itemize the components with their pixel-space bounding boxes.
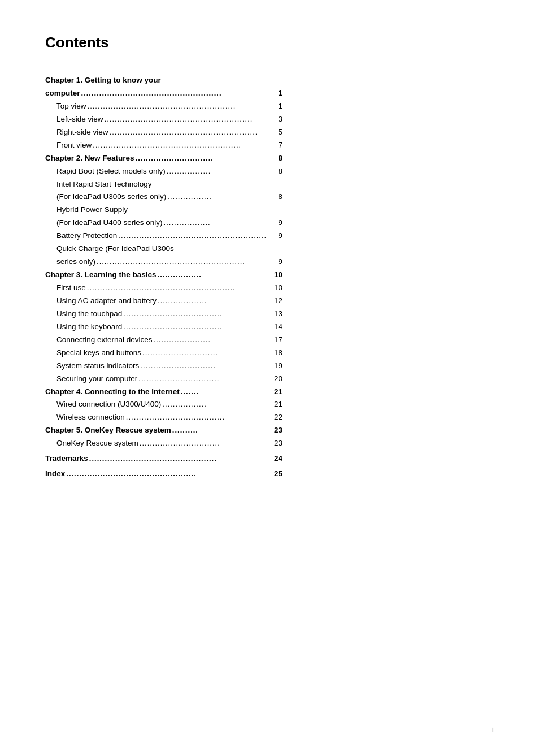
index-text: Index [45, 468, 65, 481]
toc-ch2-intel-line1: Intel Rapid Start Technology [45, 178, 282, 191]
toc-row-ch1-front: Front view..............................… [45, 139, 282, 152]
ch1-top-page: 1 [278, 100, 282, 113]
ch3-special-dots: ............................. [141, 347, 274, 359]
ch4-wireless-text: Wireless connection [56, 411, 125, 424]
toc-entry-ch1-heading: Chapter 1. Getting to know your [45, 74, 282, 87]
toc-row-ch2-intel: (For IdeaPad U300s series only).........… [45, 191, 282, 204]
toc-row-ch4: Chapter 4. Connecting to the Internet...… [45, 386, 282, 399]
index-dots: ........................................… [65, 468, 274, 480]
ch1-right-page: 5 [278, 126, 282, 139]
ch3-first-dots: ........................................… [86, 282, 274, 294]
ch3-first-page: 10 [274, 282, 282, 295]
toc-row-ch3-special: Special keys and buttons................… [45, 347, 282, 360]
ch3-securing-page: 20 [274, 373, 282, 386]
ch3-ext-text: Connecting external devices [56, 334, 153, 347]
toc-row-ch3-touchpad: Using the touchpad......................… [45, 308, 282, 321]
ch2-rapid-page: 8 [278, 165, 282, 178]
toc-row-ch2-quick: series only)............................… [45, 256, 282, 269]
toc-ch2-hybrid-line1: Hybrid Power Supply [45, 204, 282, 217]
toc-row-ch5: Chapter 5. OneKey Rescue system.........… [45, 424, 282, 437]
toc-row-ch2-rapid: Rapid Boot (Select models only).........… [45, 165, 282, 178]
ch2-intel-dots: ................. [166, 191, 278, 203]
ch4-wired-text: Wired connection (U300/U400) [56, 398, 161, 411]
toc-row-ch3-status: System status indicators................… [45, 360, 282, 373]
ch3-status-page: 19 [274, 360, 282, 373]
toc-row-trademarks: Trademarks..............................… [45, 452, 282, 465]
ch3-keyboard-text: Using the keyboard [56, 321, 122, 334]
ch2-page: 8 [278, 152, 282, 165]
ch4-wireless-dots: ...................................... [125, 411, 274, 424]
ch2-battery-dots: ........................................… [117, 230, 278, 242]
ch2-quick-page: 9 [278, 256, 282, 269]
ch2-intel-text1: Intel Rapid Start Technology [56, 180, 152, 188]
toc-row-ch3-securing: Securing your computer..................… [45, 373, 282, 386]
ch3-touchpad-text: Using the touchpad [56, 308, 122, 321]
ch3-ac-text: Using AC adapter and battery [56, 295, 157, 308]
toc-row-ch3-keyboard: Using the keyboard......................… [45, 321, 282, 334]
ch3-touchpad-dots: ...................................... [122, 308, 274, 320]
ch2-dots: .............................. [134, 152, 279, 165]
ch3-ext-page: 17 [274, 334, 282, 347]
ch3-securing-dots: ............................... [137, 373, 274, 385]
ch1-dots: ........................................… [80, 87, 279, 100]
toc-row-ch1-left: Left-side view..........................… [45, 113, 282, 126]
ch2-hybrid-page: 9 [278, 217, 282, 230]
ch3-ac-page: 12 [274, 295, 282, 308]
ch1-front-text: Front view [56, 139, 92, 152]
toc-row-ch1-top: Top view................................… [45, 100, 282, 113]
ch3-special-text: Special keys and buttons [56, 347, 141, 360]
ch2-battery-text: Battery Protection [56, 230, 117, 243]
ch2-quick-text1: Quick Charge (For IdeaPad U300s [56, 244, 174, 253]
ch3-status-text: System status indicators [56, 360, 139, 373]
trademarks-page: 24 [274, 452, 282, 465]
page-footer: i [492, 725, 494, 733]
ch5-onekey-text: OneKey Rescue system [56, 437, 138, 450]
ch2-quick-dots: ........................................… [95, 256, 278, 268]
ch3-keyboard-page: 14 [274, 321, 282, 334]
toc-row-ch2-hybrid: (For IdeaPad U400 series only)..........… [45, 217, 282, 230]
ch3-ac-dots: ................... [157, 295, 274, 307]
trademarks-text: Trademarks [45, 452, 88, 465]
ch5-text: Chapter 5. OneKey Rescue system [45, 424, 171, 437]
ch4-wired-page: 21 [274, 398, 282, 411]
toc-row-ch1: computer................................… [45, 87, 282, 100]
ch2-intel-page: 8 [278, 191, 282, 204]
ch1-right-text: Right-side view [56, 126, 108, 139]
ch1-left-page: 3 [278, 113, 282, 126]
toc-row-ch4-wireless: Wireless connection.....................… [45, 411, 282, 424]
ch4-page: 21 [274, 386, 282, 399]
ch1-left-dots: ........................................… [103, 113, 279, 126]
ch4-wireless-page: 22 [274, 411, 282, 424]
toc-row-ch4-wired: Wired connection (U300/U400)............… [45, 398, 282, 411]
ch5-page: 23 [274, 424, 282, 437]
ch2-battery-page: 9 [278, 230, 282, 243]
ch3-keyboard-dots: ...................................... [122, 321, 274, 333]
page: Contents Chapter 1. Getting to know your… [0, 0, 539, 756]
toc-row-ch3-ac: Using AC adapter and battery............… [45, 295, 282, 308]
ch2-rapid-dots: ................. [166, 165, 279, 178]
toc-container: Chapter 1. Getting to know your computer… [45, 74, 282, 481]
ch3-page: 10 [274, 269, 282, 282]
index-page: 25 [274, 468, 282, 481]
ch4-dots: ....... [180, 386, 274, 398]
toc-row-ch3-first: First use...............................… [45, 282, 282, 295]
ch2-hybrid-text1: Hybrid Power Supply [56, 205, 128, 214]
ch1-top-dots: ........................................… [86, 100, 279, 113]
ch5-onekey-dots: ............................... [138, 437, 274, 450]
page-title: Contents [45, 34, 494, 51]
toc-row-ch3: Chapter 3. Learning the basics..........… [45, 269, 282, 282]
ch2-text: Chapter 2. New Features [45, 152, 134, 165]
toc-row-ch1-right: Right-side view.........................… [45, 126, 282, 139]
toc-row-ch2: Chapter 2. New Features ................… [45, 152, 282, 165]
ch1-top-text: Top view [56, 100, 86, 113]
ch2-intel-text2: (For IdeaPad U300s series only) [56, 191, 166, 204]
ch1-page: 1 [278, 87, 282, 100]
ch3-first-text: First use [56, 282, 86, 295]
ch1-front-page: 7 [278, 139, 282, 152]
trademarks-dots: ........................................… [88, 452, 274, 465]
ch2-rapid-text: Rapid Boot (Select models only) [56, 165, 166, 178]
ch1-front-dots: ........................................… [92, 139, 278, 152]
ch1-heading-line1: Chapter 1. Getting to know your [45, 76, 161, 84]
ch3-text: Chapter 3. Learning the basics [45, 269, 157, 282]
ch4-wired-dots: ................. [161, 398, 274, 411]
